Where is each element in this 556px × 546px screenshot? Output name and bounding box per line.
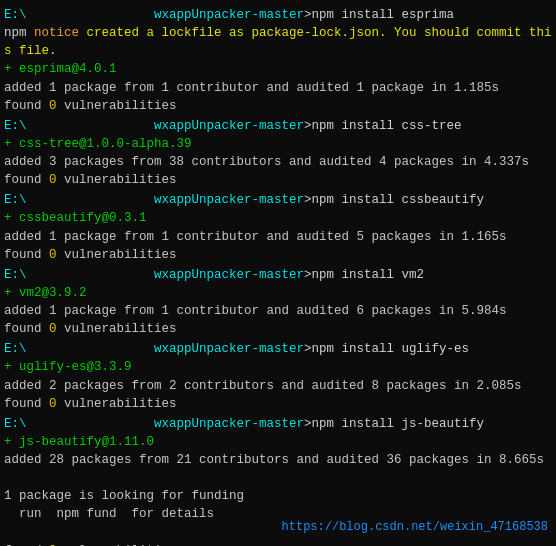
section-css-tree: E:\ wxappUnpacker-master>npm install css… bbox=[4, 117, 552, 190]
pkg-css-tree: + css-tree@1.0.0-alpha.39 bbox=[4, 135, 552, 153]
prompt-uglify-es: E:\ wxappUnpacker-master>npm install ugl… bbox=[4, 340, 552, 358]
found-cssbeautify: found 0 vulnerabilities bbox=[4, 246, 552, 264]
found-js-beautify: found 0 vulnerabilities bbox=[4, 542, 552, 546]
added-uglify-es: added 2 packages from 2 contributors and… bbox=[4, 377, 552, 395]
pkg-cssbeautify: + cssbeautify@0.3.1 bbox=[4, 209, 552, 227]
blank-line-1 bbox=[4, 469, 552, 487]
found-esprima: found 0 vulnerabilities bbox=[4, 97, 552, 115]
prompt-css-tree: E:\ wxappUnpacker-master>npm install css… bbox=[4, 117, 552, 135]
found-uglify-es: found 0 vulnerabilities bbox=[4, 395, 552, 413]
section-vm2: E:\ wxappUnpacker-master>npm install vm2… bbox=[4, 266, 552, 339]
added-esprima: added 1 package from 1 contributor and a… bbox=[4, 79, 552, 97]
section-uglify-es: E:\ wxappUnpacker-master>npm install ugl… bbox=[4, 340, 552, 413]
added-css-tree: added 3 packages from 38 contributors an… bbox=[4, 153, 552, 171]
pkg-uglify-es: + uglify-es@3.3.9 bbox=[4, 358, 552, 376]
prompt-esprima: E:\ wxappUnpacker-master>npm install esp… bbox=[4, 6, 552, 24]
prompt-js-beautify: E:\ wxappUnpacker-master>npm install js-… bbox=[4, 415, 552, 433]
added-vm2: added 1 package from 1 contributor and a… bbox=[4, 302, 552, 320]
pkg-js-beautify: + js-beautify@1.11.0 bbox=[4, 433, 552, 451]
section-cssbeautify: E:\ wxappUnpacker-master>npm install css… bbox=[4, 191, 552, 264]
pkg-esprima: + esprima@4.0.1 bbox=[4, 60, 552, 78]
funding-line: 1 package is looking for funding bbox=[4, 487, 552, 505]
watermark: https://blog.csdn.net/weixin_47168538 bbox=[282, 519, 548, 536]
section-esprima: E:\ wxappUnpacker-master>npm install esp… bbox=[4, 6, 552, 115]
added-js-beautify: added 28 packages from 21 contributors a… bbox=[4, 451, 552, 469]
prompt-vm2: E:\ wxappUnpacker-master>npm install vm2 bbox=[4, 266, 552, 284]
added-cssbeautify: added 1 package from 1 contributor and a… bbox=[4, 228, 552, 246]
prompt-cssbeautify: E:\ wxappUnpacker-master>npm install css… bbox=[4, 191, 552, 209]
terminal-window: E:\ wxappUnpacker-master>npm install esp… bbox=[0, 0, 556, 546]
pkg-vm2: + vm2@3.9.2 bbox=[4, 284, 552, 302]
found-vm2: found 0 vulnerabilities bbox=[4, 320, 552, 338]
found-css-tree: found 0 vulnerabilities bbox=[4, 171, 552, 189]
prompt-path: E:\ bbox=[4, 8, 27, 22]
npm-notice-line: npm notice created a lockfile as package… bbox=[4, 24, 552, 60]
